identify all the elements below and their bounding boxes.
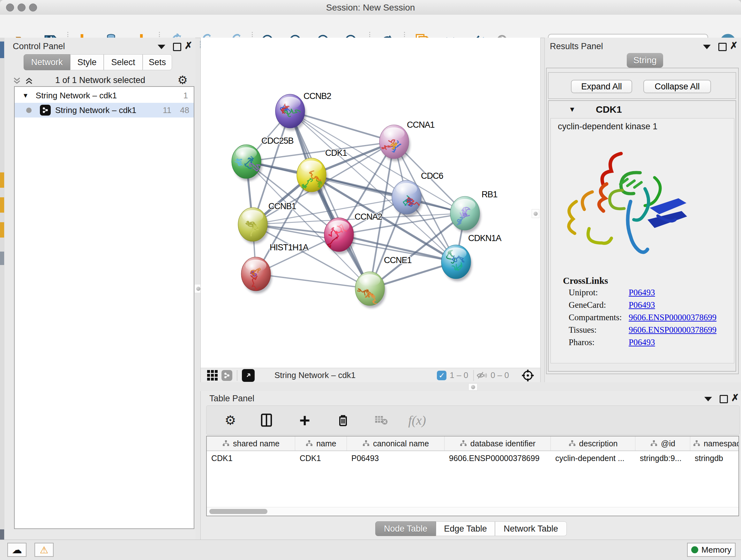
float-panel-icon[interactable] xyxy=(720,395,728,403)
column-header-id[interactable]: @id xyxy=(635,436,690,450)
table-cell[interactable]: CDK1 xyxy=(207,451,295,465)
warnings-button[interactable]: ⚠ xyxy=(35,543,54,557)
collapse-all-icon[interactable] xyxy=(12,76,22,85)
column-header-namespace[interactable]: namespace xyxy=(690,436,739,450)
network-share-icon[interactable] xyxy=(221,370,232,381)
column-label: canonical name xyxy=(373,439,429,448)
panel-menu-icon[interactable] xyxy=(704,397,712,401)
column-header-shared-name[interactable]: shared name xyxy=(207,436,295,450)
crosslink-link[interactable]: P06493 xyxy=(629,288,655,298)
panel-menu-icon[interactable] xyxy=(703,45,711,49)
toolbar-separator xyxy=(473,370,474,381)
network-status-dot xyxy=(26,108,31,113)
toolbar-separator xyxy=(237,370,238,381)
splitter-handle[interactable] xyxy=(532,209,539,218)
tree-expander-icon[interactable]: ▼ xyxy=(22,92,29,99)
table-cell[interactable]: 9606.ENSP00000378699 xyxy=(445,451,551,465)
splitter-handle[interactable] xyxy=(468,383,477,390)
network-label: String Network – cdk1 xyxy=(55,105,136,115)
table-toolbar: ⚙ + f(x) xyxy=(206,406,740,435)
tab-select[interactable]: Select xyxy=(104,54,143,70)
horizontal-splitter[interactable] xyxy=(200,382,741,391)
column-header-description[interactable]: description xyxy=(551,436,635,450)
expand-all-icon[interactable] xyxy=(24,76,34,85)
column-label: shared name xyxy=(233,439,280,448)
network-node[interactable]: RB1 xyxy=(450,190,497,233)
network-collection-row[interactable]: ▼ String Network – cdk1 1 xyxy=(15,88,194,103)
gear-icon[interactable]: ⚙ xyxy=(221,406,240,435)
grid-view-icon[interactable] xyxy=(207,370,218,381)
close-panel-icon[interactable]: ✗ xyxy=(730,42,738,49)
sliver-segment xyxy=(0,252,4,265)
column-label: name xyxy=(316,439,336,448)
network-canvas[interactable]: CCNB2CCNA1CDC25BCDK1CDC6RB1CCNB1CCNA2CDK… xyxy=(201,38,540,368)
delete-column-icon[interactable] xyxy=(333,406,353,435)
tab-string[interactable]: String xyxy=(627,53,663,68)
horizontal-scrollbar[interactable] xyxy=(207,507,738,516)
birdseye-view-icon[interactable] xyxy=(242,369,255,382)
gene-section-header[interactable]: ▼ CDK1 xyxy=(549,101,736,118)
table-cell[interactable]: stringdb:9... xyxy=(635,451,690,465)
crosslink-link[interactable]: 9606.ENSP00000378699 xyxy=(629,313,717,322)
add-column-icon[interactable]: + xyxy=(295,406,314,437)
table-cell[interactable]: CDK1 xyxy=(295,451,347,465)
crosslink-link[interactable]: 9606.ENSP00000378699 xyxy=(629,325,717,335)
network-node-label: CDC25B xyxy=(261,136,293,145)
column-type-icon xyxy=(650,440,658,447)
table-cell[interactable]: cyclin-dependent ... xyxy=(551,451,635,465)
table-row[interactable]: CDK1CDK1P064939606.ENSP00000378699cyclin… xyxy=(207,451,738,465)
gene-details: cyclin-dependent kinase 1 xyxy=(550,118,734,363)
control-panel: Control Panel ✗ NetworkStyleSelectSets 1… xyxy=(4,38,195,540)
tab-style[interactable]: Style xyxy=(70,54,104,70)
crosslink-label: Pharos: xyxy=(569,337,595,348)
network-node[interactable]: CDKN1A xyxy=(441,233,502,281)
crosslink-link[interactable]: P06493 xyxy=(629,300,655,310)
tab-network[interactable]: Network xyxy=(23,54,70,70)
column-header-name[interactable]: name xyxy=(295,436,347,450)
network-node[interactable]: CCNB2 xyxy=(275,91,331,131)
column-header-canonical-name[interactable]: canonical name xyxy=(347,436,445,450)
gear-icon[interactable]: ⚙ xyxy=(178,73,188,87)
cloud-button[interactable]: ☁ xyxy=(7,543,26,557)
column-type-icon xyxy=(568,440,576,447)
float-panel-icon[interactable] xyxy=(173,43,181,51)
show-columns-icon[interactable] xyxy=(257,406,276,435)
table-cell[interactable]: stringdb xyxy=(690,451,739,465)
node-count: 11 xyxy=(163,105,172,115)
cloud-icon: ☁ xyxy=(12,544,22,556)
network-edge[interactable] xyxy=(290,111,370,289)
function-builder-icon[interactable]: f(x) xyxy=(408,406,427,435)
crosslink-link[interactable]: P06493 xyxy=(629,337,655,348)
tab-edge-table[interactable]: Edge Table xyxy=(436,521,495,536)
gene-name: CDK1 xyxy=(596,104,622,115)
float-panel-icon[interactable] xyxy=(718,43,727,51)
section-collapse-icon[interactable]: ▼ xyxy=(569,105,576,114)
network-node-label: CDK1 xyxy=(325,148,347,158)
table-cell[interactable]: P06493 xyxy=(347,451,445,465)
network-node-label: CCNA1 xyxy=(407,120,434,130)
close-panel-icon[interactable]: ✗ xyxy=(731,394,739,401)
memory-button[interactable]: Memory xyxy=(687,543,736,557)
pan-crosshair-icon[interactable] xyxy=(521,369,535,382)
hidden-eye-icon[interactable] xyxy=(476,370,487,381)
network-tree: ▼ String Network – cdk1 1 String Network… xyxy=(14,86,194,529)
network-graph[interactable]: CCNB2CCNA1CDC25BCDK1CDC6RB1CCNB1CCNA2CDK… xyxy=(201,38,540,368)
network-node[interactable]: CDC6 xyxy=(392,171,443,217)
left-splitter[interactable] xyxy=(195,38,200,540)
delete-table-icon[interactable] xyxy=(372,406,391,435)
tab-network-table[interactable]: Network Table xyxy=(495,521,567,536)
network-node[interactable]: HIST1H1A xyxy=(241,243,309,294)
tab-node-table[interactable]: Node Table xyxy=(375,521,436,536)
selected-checkbox-icon[interactable]: ✓ xyxy=(437,371,447,380)
scrollbar-thumb[interactable] xyxy=(209,509,267,514)
column-header-database-identifier[interactable]: database identifier xyxy=(445,436,551,450)
network-node[interactable]: CCNE1 xyxy=(355,255,412,308)
panel-menu-icon[interactable] xyxy=(158,45,165,49)
collapse-all-button[interactable]: Collapse All xyxy=(643,80,711,93)
expand-all-button[interactable]: Expand All xyxy=(571,80,632,93)
network-edge[interactable] xyxy=(256,274,370,289)
tab-sets[interactable]: Sets xyxy=(143,54,172,70)
network-row-selected[interactable]: String Network – cdk1 11 48 xyxy=(15,103,194,118)
close-panel-icon[interactable]: ✗ xyxy=(185,42,192,49)
crosslink-row: GeneCard:P06493 xyxy=(569,300,728,313)
